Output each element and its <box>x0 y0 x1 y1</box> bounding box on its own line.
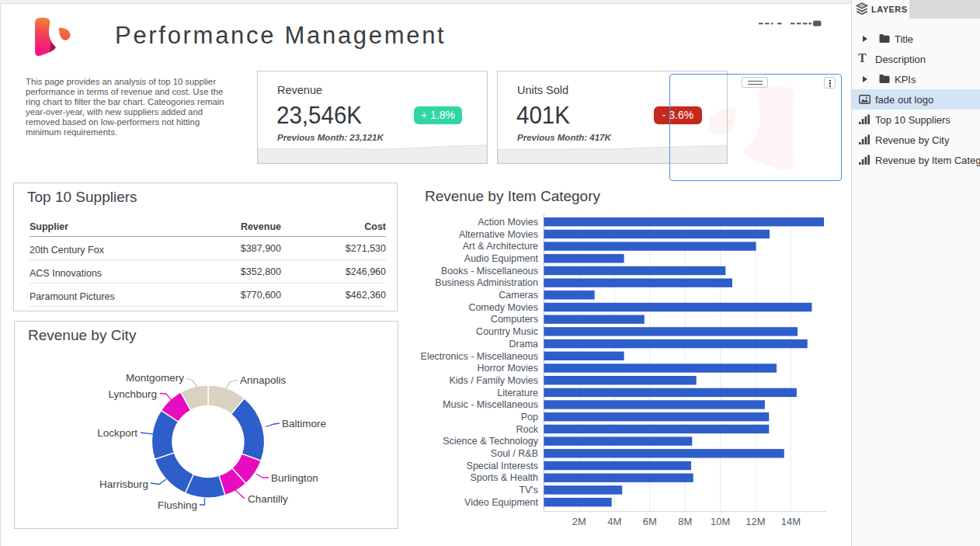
svg-text:Flushing: Flushing <box>158 499 197 511</box>
svg-text:Books - Miscellaneous: Books - Miscellaneous <box>441 266 538 276</box>
svg-text:Action Movies: Action Movies <box>478 217 538 228</box>
svg-text:TV's: TV's <box>519 485 538 496</box>
svg-text:Montgomery: Montgomery <box>126 372 184 384</box>
svg-text:6M: 6M <box>643 516 657 527</box>
svg-text:Pop: Pop <box>521 412 538 423</box>
svg-text:Electronics - Miscellaneous: Electronics - Miscellaneous <box>421 351 538 362</box>
svg-text:Cameras: Cameras <box>499 290 538 301</box>
svg-text:Alternative Movies: Alternative Movies <box>459 229 538 240</box>
svg-text:8M: 8M <box>678 516 692 527</box>
svg-text:Baltimore: Baltimore <box>282 418 326 429</box>
svg-text:10M: 10M <box>711 516 730 527</box>
svg-text:Lockport: Lockport <box>97 427 137 439</box>
svg-text:Music - Miscellaneous: Music - Miscellaneous <box>443 399 538 410</box>
svg-text:2M: 2M <box>572 516 586 527</box>
svg-text:Drama: Drama <box>509 339 538 350</box>
svg-text:Science & Technology: Science & Technology <box>443 436 539 447</box>
svg-text:Soul / R&B: Soul / R&B <box>491 448 538 459</box>
svg-text:4M: 4M <box>607 516 621 527</box>
svg-text:Kids / Family Movies: Kids / Family Movies <box>449 375 538 386</box>
svg-text:Burlington: Burlington <box>271 472 318 484</box>
svg-text:Art & Architecture: Art & Architecture <box>463 241 538 252</box>
svg-text:Harrisburg: Harrisburg <box>99 478 148 490</box>
svg-text:Rock: Rock <box>516 424 539 435</box>
svg-text:Business Administration: Business Administration <box>435 277 538 288</box>
svg-text:Computers: Computers <box>491 314 538 325</box>
svg-text:12M: 12M <box>745 516 765 527</box>
svg-text:Video Equipment: Video Equipment <box>464 497 539 508</box>
svg-text:Chantilly: Chantilly <box>248 493 288 505</box>
svg-text:Comedy Movies: Comedy Movies <box>468 302 538 313</box>
svg-text:Audio Equipment: Audio Equipment <box>464 253 539 264</box>
svg-text:Horror Movies: Horror Movies <box>478 363 539 374</box>
svg-text:14M: 14M <box>781 516 801 527</box>
svg-text:Annapolis: Annapolis <box>240 374 287 386</box>
svg-text:Country Music: Country Music <box>476 326 538 337</box>
svg-text:Sports & Health: Sports & Health <box>470 472 538 483</box>
svg-text:Lynchburg: Lynchburg <box>108 388 157 400</box>
svg-text:Special Interests: Special Interests <box>467 461 538 471</box>
svg-text:Literature: Literature <box>497 388 538 398</box>
